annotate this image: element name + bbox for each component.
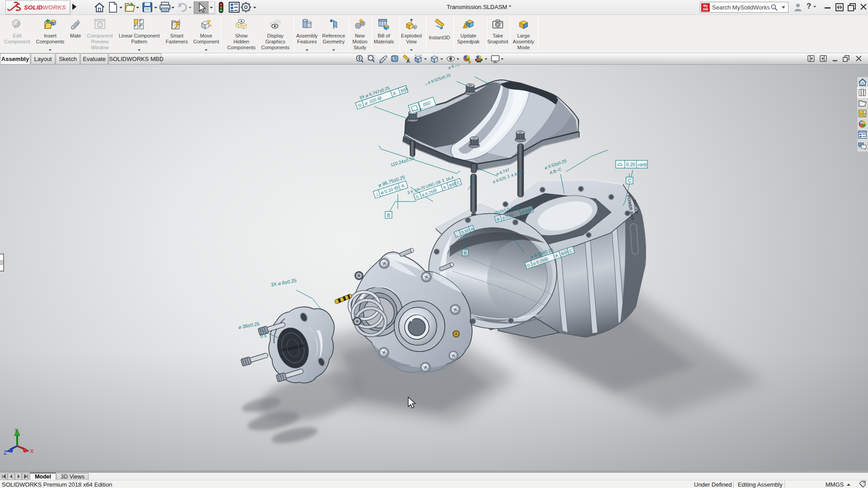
svg-text:ABⓂ: ABⓂ <box>637 163 647 167</box>
svg-text:Y: Y <box>14 427 18 434</box>
svg-text:A: A <box>406 58 410 64</box>
svg-text:B: B <box>464 250 467 255</box>
svg-text:⌀ 38±0.25: ⌀ 38±0.25 <box>238 321 260 330</box>
svg-text:SOLID: SOLID <box>24 4 43 11</box>
svg-text:0.20: 0.20 <box>626 162 636 167</box>
svg-text:110.24±0.50: 110.24±0.50 <box>390 155 415 168</box>
svg-text:0.5: 0.5 <box>259 333 267 339</box>
svg-text:X: X <box>30 448 34 455</box>
svg-text:⌞ ⌀ 9.525±0.25: ⌞ ⌀ 9.525±0.25 <box>424 73 451 86</box>
svg-text:B: B <box>387 212 390 218</box>
svg-text:!: ! <box>464 24 466 28</box>
svg-text:3X ⌀ 8±0.25: 3X ⌀ 8±0.25 <box>270 277 297 287</box>
svg-text:WORKS: WORKS <box>42 4 66 11</box>
svg-text:C: C <box>628 178 632 183</box>
svg-text:Z: Z <box>4 450 7 456</box>
